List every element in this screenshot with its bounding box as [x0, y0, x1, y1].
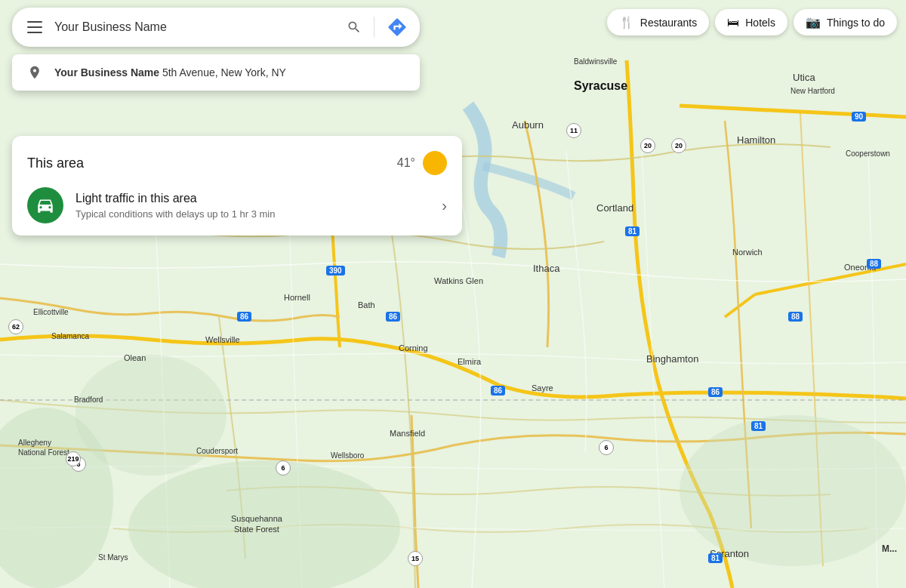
hotels-icon: 🛏 [727, 16, 739, 29]
menu-line-2 [27, 26, 42, 28]
weather-info: 41° [397, 151, 447, 175]
autocomplete-item-0[interactable]: Your Business Name 5th Avenue, New York,… [12, 54, 420, 91]
traffic-badge [27, 187, 63, 223]
chip-restaurants[interactable]: 🍴 Restaurants [607, 9, 709, 35]
sun-icon [423, 151, 447, 175]
svg-point-4 [76, 355, 226, 476]
search-button[interactable] [347, 20, 362, 35]
traffic-left: Light traffic in this area Typical condi… [27, 187, 275, 223]
traffic-text: Light traffic in this area Typical condi… [76, 192, 275, 220]
search-divider [374, 17, 374, 38]
autocomplete-text-0: Your Business Name 5th Avenue, New York,… [54, 66, 286, 79]
search-input[interactable] [54, 20, 337, 34]
chip-hotels[interactable]: 🛏 Hotels [715, 9, 787, 35]
menu-line-3 [27, 32, 42, 33]
directions-button[interactable] [387, 17, 408, 38]
menu-button[interactable] [24, 18, 45, 36]
autocomplete-dropdown: Your Business Name 5th Avenue, New York,… [12, 54, 420, 91]
restaurants-icon: 🍴 [619, 15, 634, 29]
area-title: This area [27, 155, 84, 171]
search-box [12, 8, 420, 47]
category-chips: 🍴 Restaurants 🛏 Hotels 📷 Things to do [607, 9, 906, 35]
menu-line-1 [27, 21, 42, 23]
autocomplete-address: 5th Avenue, New York, NY [162, 66, 286, 79]
area-header: This area 41° [27, 151, 447, 175]
car-icon [35, 195, 55, 215]
svg-point-3 [680, 415, 906, 566]
chip-things-to-do[interactable]: 📷 Things to do [794, 9, 897, 35]
location-icon [27, 65, 42, 80]
traffic-title: Light traffic in this area [76, 192, 275, 205]
traffic-row: Light traffic in this area Typical condi… [27, 187, 447, 223]
things-icon: 📷 [806, 15, 821, 29]
traffic-subtitle: Typical conditions with delays up to 1 h… [76, 208, 275, 220]
traffic-chevron[interactable]: › [442, 197, 447, 214]
chip-restaurants-label: Restaurants [640, 17, 697, 29]
chip-things-label: Things to do [827, 17, 885, 29]
temperature: 41° [397, 156, 415, 170]
autocomplete-name: Your Business Name [54, 66, 159, 79]
info-panel: This area 41° Light traffic in this area… [12, 136, 462, 236]
chip-hotels-label: Hotels [745, 17, 775, 29]
